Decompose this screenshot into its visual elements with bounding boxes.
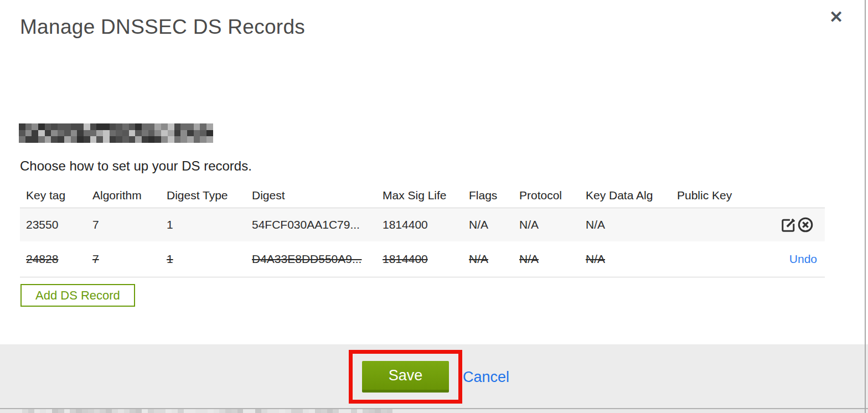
column-header-flags: Flags <box>463 183 513 208</box>
cell-protocol: N/A <box>513 208 580 242</box>
cancel-link[interactable]: Cancel <box>463 369 509 386</box>
save-button[interactable]: Save <box>362 361 449 393</box>
cell-digest: D4A33E8DD550A9... <box>246 241 376 277</box>
close-icon[interactable]: ✕ <box>829 9 843 25</box>
blurred-background-text <box>22 409 392 413</box>
cell-key-data-alg: N/A <box>580 241 671 277</box>
delete-record-icon[interactable] <box>797 216 814 233</box>
cell-public-key <box>671 208 747 242</box>
column-header-protocol: Protocol <box>513 183 580 208</box>
cell-protocol: N/A <box>513 241 580 277</box>
cell-key-tag: 23550 <box>20 208 86 242</box>
column-header-max-sig-life: Max Sig Life <box>376 183 463 208</box>
table-row: 23550 7 1 54FCF030AA1C79... 1814400 N/A … <box>20 208 825 242</box>
row-actions <box>747 208 825 242</box>
edit-record-icon[interactable] <box>781 216 797 233</box>
cell-key-data-alg: N/A <box>580 208 671 242</box>
cell-public-key <box>671 241 747 277</box>
undo-link[interactable]: Undo <box>789 252 817 265</box>
save-annotation-highlight-box: Save <box>349 350 462 404</box>
subtitle-text: Choose how to set up your DS records. <box>20 158 252 174</box>
column-header-digest: Digest <box>246 183 376 208</box>
ds-records-table: Key tag Algorithm Digest Type Digest Max… <box>20 183 825 277</box>
cell-algorithm: 7 <box>86 208 161 242</box>
cell-max-sig-life: 1814400 <box>376 208 463 242</box>
modal-footer: Save Cancel <box>0 344 868 408</box>
table-row-deleted: 24828 7 1 D4A33E8DD550A9... 1814400 N/A … <box>20 241 825 277</box>
column-header-key-tag: Key tag <box>20 183 86 208</box>
cell-algorithm: 7 <box>86 241 161 277</box>
cell-digest-type: 1 <box>161 208 246 242</box>
cell-key-tag: 24828 <box>20 241 86 277</box>
cell-max-sig-life: 1814400 <box>376 241 463 277</box>
cell-digest-type: 1 <box>161 241 246 277</box>
redacted-domain-name <box>19 123 213 143</box>
column-header-key-data-alg: Key Data Alg <box>580 183 671 208</box>
page-title: Manage DNSSEC DS Records <box>20 16 305 39</box>
add-ds-record-button[interactable]: Add DS Record <box>20 284 135 307</box>
column-header-public-key: Public Key <box>671 183 747 208</box>
cell-flags: N/A <box>463 208 513 242</box>
cell-flags: N/A <box>463 241 513 277</box>
column-header-algorithm: Algorithm <box>86 183 161 208</box>
dnssec-ds-records-modal: Manage DNSSEC DS Records ✕ Choose how to… <box>0 0 868 413</box>
modal-right-border <box>865 0 866 413</box>
table-header-row: Key tag Algorithm Digest Type Digest Max… <box>20 183 825 208</box>
page-behind-modal-strip <box>0 409 868 413</box>
column-header-actions <box>747 183 825 208</box>
column-header-digest-type: Digest Type <box>161 183 246 208</box>
row-actions: Undo <box>747 241 825 277</box>
cell-digest: 54FCF030AA1C79... <box>246 208 376 242</box>
